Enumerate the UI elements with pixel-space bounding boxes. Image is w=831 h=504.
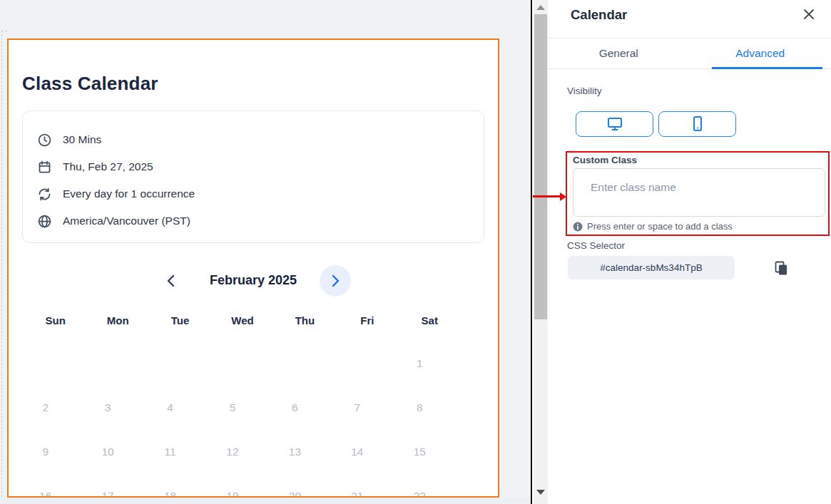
visibility-mobile-button[interactable] [658, 111, 736, 137]
weekday-header-row: Sun Mon Tue Wed Thu Fri Sat [24, 314, 461, 326]
scroll-up-button[interactable] [534, 0, 548, 14]
triangle-up-icon [536, 5, 545, 10]
date-cell: 5 [201, 386, 263, 430]
date-cell [201, 341, 263, 386]
date-cell: 14 [326, 430, 388, 474]
calendar-settings-panel: Calendar General Advanced Visibility [548, 0, 831, 504]
custom-class-hint-text: Press enter or space to add a class [587, 221, 733, 232]
copy-selector-button[interactable] [773, 260, 789, 276]
event-details-card: 30 Mins Thu, Feb 27, 2025 Every day for … [22, 110, 484, 243]
close-icon [803, 9, 815, 20]
page-preview-pane: Class Calendar 30 Mins Thu, Feb 27, 2025 [0, 0, 532, 504]
date-cell: 16 [14, 474, 76, 498]
custom-class-label: Custom Class [573, 155, 637, 165]
date-cell: 17 [76, 474, 138, 498]
page-title: Class Calendar [22, 73, 158, 95]
vertical-scrollbar[interactable] [534, 0, 548, 504]
date-cell: 2 [14, 386, 76, 430]
date-cell: 22 [389, 474, 451, 498]
date-cell: 20 [264, 474, 326, 498]
date-cell: 10 [76, 430, 138, 474]
date-cell [139, 341, 201, 386]
event-duration-row: 30 Mins [37, 131, 469, 148]
close-panel-button[interactable] [801, 6, 817, 22]
panel-title: Calendar [571, 7, 627, 23]
globe-icon [37, 214, 52, 229]
date-cell: 21 [326, 474, 388, 498]
visibility-desktop-button[interactable] [576, 111, 653, 137]
event-duration: 30 Mins [63, 133, 101, 146]
viewport-bottom-edge [0, 498, 532, 504]
weekday-label: Tue [149, 314, 211, 326]
settings-tabs: General Advanced [548, 38, 831, 69]
calendar-month-nav: February 2025 [9, 264, 498, 297]
scroll-down-button[interactable] [534, 485, 548, 499]
date-cell: 13 [264, 430, 326, 474]
custom-class-highlight-box: Custom Class Press enter or space to add… [566, 151, 830, 236]
weekday-label: Sat [399, 314, 461, 326]
calendar-dates-grid: 1 2 3 4 5 6 7 8 9 10 11 12 13 14 15 16 1… [14, 341, 451, 498]
date-cell: 11 [139, 430, 201, 474]
calendar-icon [37, 160, 52, 175]
event-recurrence: Every day for 1 occurrence [63, 187, 195, 200]
panel-header: Calendar [548, 0, 831, 38]
date-cell: 9 [14, 430, 76, 474]
date-cell: 3 [76, 386, 138, 430]
date-cell: 1 [389, 341, 451, 386]
css-selector-label: CSS Selector [567, 240, 625, 251]
scrollbar-thumb[interactable] [534, 14, 547, 319]
desktop-icon [606, 116, 623, 132]
info-icon [573, 222, 583, 232]
custom-class-input[interactable] [573, 168, 825, 217]
annotation-arrow [533, 195, 561, 197]
editor-guide-tick [1, 31, 7, 31]
visibility-buttons [576, 111, 736, 137]
clock-icon [37, 133, 52, 148]
triangle-down-icon [536, 490, 545, 495]
css-selector-value: #calendar-sbMs34hTpB [568, 256, 735, 279]
editor-guide-line [1, 31, 2, 504]
weekday-label: Fri [336, 314, 398, 326]
date-cell: 18 [139, 474, 201, 498]
mobile-icon [692, 115, 703, 133]
date-cell [264, 341, 326, 386]
event-timezone: America/Vancouver (PST) [63, 215, 190, 227]
screen: Class Calendar 30 Mins Thu, Feb 27, 2025 [0, 0, 831, 504]
weekday-label: Wed [211, 314, 273, 326]
date-cell: 12 [201, 430, 263, 474]
date-cell [76, 341, 138, 386]
weekday-label: Mon [86, 314, 148, 326]
weekday-label: Sun [24, 314, 86, 326]
custom-class-hint: Press enter or space to add a class [573, 221, 733, 232]
event-date: Thu, Feb 27, 2025 [63, 160, 153, 173]
event-timezone-row: America/Vancouver (PST) [37, 212, 469, 230]
annotation-arrow-head [560, 192, 566, 201]
chevron-right-icon [332, 274, 340, 287]
date-cell: 8 [389, 386, 451, 430]
date-cell [326, 341, 388, 386]
next-month-button[interactable] [320, 265, 351, 297]
date-cell: 6 [264, 386, 326, 430]
date-cell: 7 [326, 386, 388, 430]
visibility-label: Visibility [567, 86, 602, 96]
repeat-icon [37, 187, 52, 202]
weekday-label: Thu [274, 314, 336, 326]
event-recurrence-row: Every day for 1 occurrence [37, 185, 469, 202]
date-cell: 19 [201, 474, 263, 498]
date-cell [14, 341, 76, 386]
tab-advanced[interactable]: Advanced [690, 38, 831, 68]
tab-general[interactable]: General [548, 38, 690, 68]
event-date-row: Thu, Feb 27, 2025 [37, 158, 469, 175]
calendar-widget-preview: Class Calendar 30 Mins Thu, Feb 27, 2025 [7, 38, 499, 498]
date-cell: 15 [389, 430, 451, 474]
date-cell: 4 [139, 386, 201, 430]
month-label: February 2025 [9, 273, 498, 288]
copy-icon [775, 261, 787, 275]
active-tab-underline [712, 67, 822, 69]
